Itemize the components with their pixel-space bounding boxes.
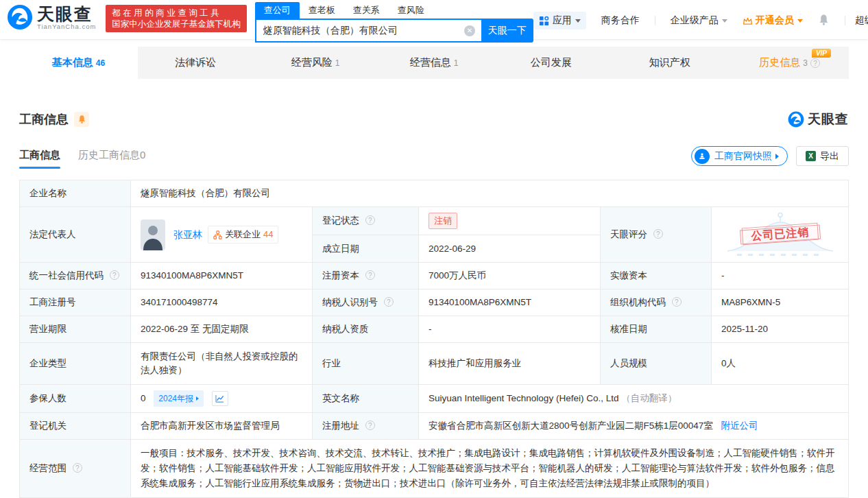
nav-item-open-vip[interactable]: 开通会员 — [743, 14, 803, 27]
insured-label: 参保人数 — [20, 385, 131, 413]
related-companies-badge[interactable]: 关联企业 44 — [208, 226, 278, 244]
industry-label: 行业 — [313, 343, 419, 385]
help-icon[interactable]: ? — [365, 420, 375, 430]
legal-rep-label: 法定代表人 — [20, 207, 131, 263]
subbar-buttons: 工商官网快照 X 导出 — [691, 146, 849, 171]
tab-operating-risk[interactable]: 经营风险 1 — [256, 47, 375, 79]
monitor-bell-icon[interactable] — [74, 112, 89, 127]
approval-date-value: 2025-11-20 — [712, 316, 849, 343]
est-date-value: 2022-06-29 — [419, 235, 601, 263]
search-tab-company[interactable]: 查公司 — [255, 2, 300, 19]
search-input[interactable] — [255, 19, 481, 43]
help-icon[interactable]: ? — [384, 297, 394, 307]
label-text: 核准日期 — [610, 324, 647, 334]
header-nav: 应用 商务合作 企业级产品 开通会员 — [533, 12, 868, 29]
insured-value: 0 2024年报 — [131, 385, 313, 413]
reg-status-value: 注销 — [419, 207, 601, 235]
org-code-label: 组织机构代码 ? — [601, 289, 712, 316]
reg-capital-value: 7000万人民币 — [419, 263, 601, 289]
promo-banner: 都在用的商业查询工具 国家中小企业发展子基金旗下机构 — [106, 5, 247, 32]
est-date-label: 成立日期 — [313, 235, 419, 263]
tab-label: 经营信息 — [410, 56, 451, 69]
search-tab-risk[interactable]: 查风险 — [389, 2, 433, 19]
section-watermark-logo: 天眼查 — [788, 110, 849, 128]
value-text: 7000万人民币 — [429, 270, 486, 281]
tab-intellectual-property[interactable]: 知识产权 — [612, 47, 730, 79]
value-text: MA8P6XMN-5 — [721, 297, 780, 307]
reg-number-value: 340171000498774 — [131, 289, 313, 316]
section-title: 工商信息 — [19, 111, 69, 128]
table-row: 工商注册号 340171000498774 纳税人识别号 ? 91340100M… — [20, 289, 849, 316]
company-name-label: 企业名称 — [20, 180, 131, 207]
help-icon[interactable]: ? — [653, 229, 663, 239]
tab-basic-info[interactable]: 基本信息 46 — [19, 47, 138, 79]
tianyancha-logo-icon — [7, 4, 33, 30]
nav-item-super-risk[interactable]: 超级风... — [855, 14, 868, 27]
help-icon[interactable]: ? — [672, 297, 682, 307]
tab-count: 1 — [335, 58, 340, 68]
help-icon[interactable]: ? — [73, 463, 82, 473]
section-header: 工商信息 天眼查 — [19, 110, 849, 128]
authority-value: 合肥市高新开发区市场监督管理局 — [131, 413, 313, 440]
subtab-history-business-info[interactable]: 历史工商信息0 — [78, 149, 145, 169]
annual-report-badge[interactable]: 2024年报 — [154, 390, 204, 407]
tab-label: 经营风险 — [291, 56, 333, 69]
section-watermark-text: 天眼查 — [808, 110, 849, 128]
legal-rep-cell: 张亚林 关联企业 44 — [131, 207, 313, 263]
subtab-business-info[interactable]: 工商信息 — [19, 149, 60, 169]
tianyancha-swirl-icon — [788, 111, 804, 128]
tab-history-info[interactable]: VIP 历史信息 3 ? — [730, 47, 849, 79]
nav-label: 超级风... — [855, 14, 868, 27]
nearby-companies-link[interactable]: 附近公司 — [721, 420, 758, 431]
term-label: 营业期限 — [20, 316, 131, 343]
tab-label: 基本信息 — [52, 56, 93, 69]
value-text: 燧原智能科技（合肥）有限公司 — [141, 188, 270, 198]
company-tab-bar: 基本信息 46 法律诉讼 经营风险 1 经营信息 1 公司发展 知识产权 VIP… — [19, 47, 849, 79]
apps-menu[interactable]: 应用 — [533, 12, 586, 29]
stamp-icon — [695, 149, 710, 164]
legal-rep-photo[interactable] — [141, 220, 165, 250]
search-tab-boss[interactable]: 查老板 — [300, 2, 344, 19]
help-icon[interactable]: ? — [810, 58, 820, 68]
company-name-value: 燧原智能科技（合肥）有限公司 — [131, 180, 849, 207]
tab-business-info[interactable]: 经营信息 1 — [375, 47, 494, 79]
tab-company-development[interactable]: 公司发展 — [493, 47, 612, 79]
trend-chart-button[interactable] — [212, 391, 228, 406]
taxpayer-id-value: 91340100MA8P6XMN5T — [419, 289, 601, 316]
tab-legal-litigation[interactable]: 法律诉讼 — [138, 47, 256, 79]
notifications-bell-icon[interactable] — [818, 14, 830, 28]
tianyancha-logo[interactable]: 天眼查 TianYanCha.com — [7, 4, 96, 30]
value-text: Suiyuan Intelligent Technology (Hefei) C… — [429, 393, 618, 403]
arrow-right-icon — [775, 154, 779, 159]
label-text: 工商注册号 — [29, 297, 76, 307]
clear-search-icon[interactable]: ✕ — [464, 25, 475, 36]
value-text: - — [429, 324, 432, 334]
label-text: 登记机关 — [29, 420, 67, 431]
nav-item-enterprise-products[interactable]: 企业级产品 — [671, 14, 727, 27]
scope-value: 一般项目：技术服务、技术开发、技术咨询、技术交流、技术转让、技术推广；集成电路设… — [131, 440, 849, 498]
help-icon[interactable]: ? — [365, 270, 375, 280]
crown-icon — [743, 16, 753, 25]
export-label: 导出 — [820, 150, 839, 163]
help-icon[interactable]: ? — [110, 270, 119, 280]
search-tab-relation[interactable]: 查关系 — [344, 2, 389, 19]
chevron-down-icon — [797, 19, 803, 23]
address-label: 注册地址 ? — [313, 413, 419, 440]
report-badge-label: 2024年报 — [158, 392, 193, 405]
legal-rep-name-link[interactable]: 张亚林 — [173, 228, 202, 241]
score-label: 天眼评分 ? — [601, 207, 712, 263]
tab-label: 历史信息 — [759, 56, 800, 69]
export-button[interactable]: X 导出 — [796, 146, 849, 166]
english-name-label: 英文名称 — [313, 385, 419, 413]
value-text: 2022-06-29 — [429, 244, 476, 254]
label-text: 统一社会信用代码 — [29, 270, 104, 281]
score-cell: 公司已注销 — [712, 207, 849, 263]
official-snapshot-button[interactable]: 工商官网快照 — [691, 146, 788, 166]
label-text: 经营范围 — [29, 463, 67, 473]
search-button[interactable]: 天眼一下 — [481, 19, 533, 43]
reg-number-label: 工商注册号 — [20, 289, 131, 316]
help-icon[interactable]: ? — [365, 215, 375, 225]
label-text: 组织机构代码 — [610, 297, 666, 307]
nav-item-cooperation[interactable]: 商务合作 — [601, 14, 640, 27]
page: 天眼查 TianYanCha.com 都在用的商业查询工具 国家中小企业发展子基… — [0, 0, 868, 498]
